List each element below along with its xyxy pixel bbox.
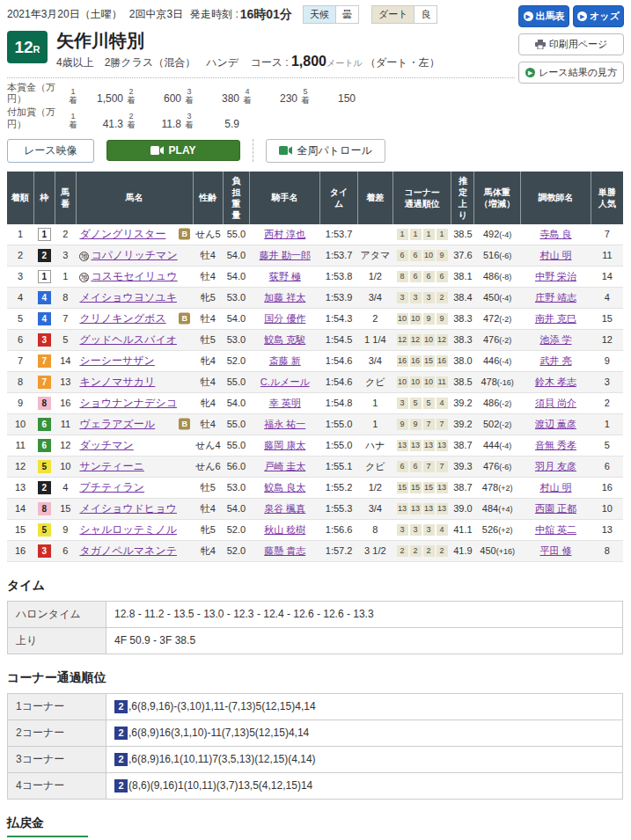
margin: 3/4 <box>357 287 393 308</box>
jockey-link[interactable]: 藤懸 貴志 <box>264 545 305 556</box>
trainer-link[interactable]: 池添 学 <box>539 334 571 345</box>
body-weight-value: 486 <box>483 271 499 281</box>
corner-position: 12 <box>410 334 422 346</box>
column-header: 推 定 上 り <box>451 172 474 224</box>
jockey-link[interactable]: 戸崎 圭太 <box>264 461 305 471</box>
horse-number: 2 <box>55 224 76 245</box>
trainer-link[interactable]: 平田 修 <box>539 545 571 556</box>
trainer-link[interactable]: 武井 亮 <box>539 355 571 366</box>
jockey-cell: C.ルメール <box>250 371 320 392</box>
entries-button[interactable]: ▶ 出馬表 <box>518 5 569 27</box>
jockey-link[interactable]: 福永 祐一 <box>264 419 305 429</box>
jockey-link[interactable]: 加藤 祥太 <box>264 292 305 303</box>
trainer-cell: 池添 学 <box>520 329 591 350</box>
jockey-link[interactable]: 西村 淳也 <box>264 229 305 239</box>
sex-age: 牝4 <box>193 540 223 561</box>
corner-position: 3 <box>410 524 422 536</box>
patrol-video-button[interactable]: 全周パトロール <box>266 139 385 163</box>
race-date-line: 2021年3月20日（土曜） 2回中京3日 発走時刻 : 16時01分 天候 曇… <box>7 5 515 24</box>
print-page-button[interactable]: 印刷用ページ <box>518 33 624 55</box>
trainer-link[interactable]: 音無 秀孝 <box>535 440 576 450</box>
horse-name-link[interactable]: メイショウヨソユキ <box>79 291 177 303</box>
play-button[interactable]: PLAY <box>106 140 240 161</box>
horse-name-link[interactable]: シャルロッテミノル <box>79 523 177 536</box>
result-guide-button[interactable]: ▶ レース結果の見方 <box>518 62 624 84</box>
jockey-link[interactable]: 斎藤 新 <box>269 355 301 366</box>
trainer-link[interactable]: 須貝 尚介 <box>535 398 576 408</box>
trainer-link[interactable]: 渡辺 薫彦 <box>535 419 576 429</box>
trainer-link[interactable]: 寺島 良 <box>539 229 571 239</box>
horse-name-link[interactable]: メイショウドヒョウ <box>79 502 177 515</box>
finish-position: 2 <box>7 245 33 266</box>
jockey-link[interactable]: 秋山 稔樹 <box>264 524 305 535</box>
sex-age: せん6 <box>193 456 223 477</box>
carried-weight: 54.0 <box>223 498 249 519</box>
trainer-link[interactable]: 南井 克巳 <box>535 313 576 324</box>
jockey-link[interactable]: 幸 英明 <box>269 398 301 408</box>
result-row: 1559シャルロッテミノル牝552.0秋山 稔樹1:56.68333441.15… <box>7 519 623 540</box>
body-weight: 484(+4) <box>474 498 520 519</box>
jockey-link[interactable]: 鮫島 良太 <box>264 482 305 493</box>
trainer-link[interactable]: 羽月 友彦 <box>535 461 576 471</box>
jockey-link[interactable]: 藤井 勘一郎 <box>260 250 311 260</box>
horse-name-link[interactable]: タガノペルマネンテ <box>79 544 177 557</box>
carried-weight: 54.0 <box>223 392 249 413</box>
win-popularity: 15 <box>591 308 623 329</box>
margin: 1 <box>357 392 393 413</box>
horse-name-cell: ショウナンナデシコ <box>76 392 193 413</box>
trainer-link[interactable]: 西園 正都 <box>535 503 576 514</box>
jockey-cell: 斎藤 新 <box>250 350 320 371</box>
race-number-badge: 12R <box>7 31 48 63</box>
result-row: 635グッドヘルスバイオ牡553.0鮫島 克駿1:54.51 1/4121210… <box>7 329 623 350</box>
trainer-cell: 村山 明 <box>520 477 591 498</box>
jockey-link[interactable]: C.ルメール <box>260 376 310 387</box>
column-header: 負 担 重 量 <box>223 172 249 224</box>
horse-name-link[interactable]: キンノマサカリ <box>79 376 155 388</box>
result-row: 448メイショウヨソユキ牝553.0加藤 祥太1:53.93/4333238.4… <box>7 287 623 308</box>
frame-cell: 1 <box>33 266 55 287</box>
horse-name-link[interactable]: ダノングリスター <box>79 228 165 240</box>
horse-name-link[interactable]: サンティーニ <box>79 460 143 472</box>
last-3f: 38.5 <box>451 371 474 392</box>
trainer-link[interactable]: 村山 明 <box>539 482 571 493</box>
horse-name-link[interactable]: コパノリッチマン <box>91 249 177 261</box>
trainer-link[interactable]: 鈴木 孝志 <box>535 376 576 387</box>
horse-name-link[interactable]: コスモセイリュウ <box>91 270 177 282</box>
finish-position: 11 <box>7 435 33 456</box>
leader-number-box: 2 <box>114 753 128 766</box>
horse-name-link[interactable]: ショウナンナデシコ <box>79 397 177 409</box>
horse-name-link[interactable]: シーシーサザン <box>79 354 154 367</box>
corner-position: 13 <box>437 440 448 451</box>
horse-name-link[interactable]: ダッチマン <box>79 439 133 451</box>
horse-name-link[interactable]: プチティラン <box>79 481 144 493</box>
finish-position: 7 <box>7 350 33 371</box>
horse-name-link[interactable]: クリノキングボス <box>79 312 165 325</box>
race-video-button[interactable]: レース映像 <box>7 139 94 163</box>
horse-name-link[interactable]: グッドヘルスバイオ <box>79 333 177 346</box>
win-popularity: 11 <box>591 245 623 266</box>
jockey-link[interactable]: 国分 優作 <box>264 313 305 324</box>
body-weight-diff: (-4) <box>499 357 511 366</box>
jockey-link[interactable]: 鮫島 克駿 <box>264 334 305 345</box>
body-weight-diff: (-6) <box>499 463 511 471</box>
weather-value: 曇 <box>336 6 358 23</box>
trainer-link[interactable]: 庄野 靖志 <box>535 292 576 303</box>
corner-position: 15 <box>423 482 435 493</box>
prize-place: 2 着 <box>123 87 139 106</box>
horse-name-link[interactable]: ヴェラアズール <box>79 418 155 430</box>
leader-number-box: 2 <box>114 779 128 793</box>
jockey-link[interactable]: 荻野 極 <box>269 271 301 281</box>
prize-item: 1 着1,500 <box>65 87 123 106</box>
result-row: 311地コスモセイリュウ牡454.0荻野 極1:53.81/2866638.14… <box>7 266 623 287</box>
jockey-link[interactable]: 泉谷 楓真 <box>264 503 305 514</box>
jockey-link[interactable]: 藤岡 康太 <box>264 440 305 450</box>
trainer-link[interactable]: 中野 栄治 <box>535 271 576 281</box>
odds-button[interactable]: ▶ オッズ <box>573 5 624 27</box>
order-string: (8,6)(9,16)1(10,11)(3,7)13,5(4,12,15)14 <box>128 779 312 792</box>
prize-place: 4 着 <box>239 87 255 106</box>
trainer-link[interactable]: 中舘 英二 <box>535 524 576 535</box>
last-3f: 38.1 <box>451 266 474 287</box>
corner-position: 3 <box>397 398 408 409</box>
trainer-link[interactable]: 村山 明 <box>539 250 571 260</box>
sex-age: 牡4 <box>193 266 223 287</box>
